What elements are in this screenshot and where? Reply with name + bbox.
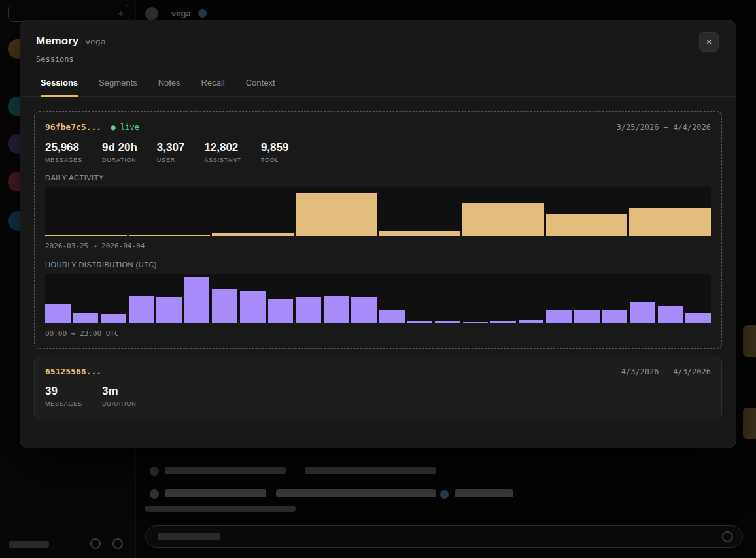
chart-bar bbox=[407, 321, 433, 323]
stat-value: 3,307 bbox=[157, 141, 185, 154]
daily-activity-range: 2026-03-25 → 2026-04-04 bbox=[45, 242, 711, 250]
stat-label: DURATION bbox=[102, 157, 137, 163]
chart-bar bbox=[574, 310, 600, 323]
modal-header: Memory vega Sessions × bbox=[20, 20, 736, 64]
chart-bar bbox=[546, 214, 628, 236]
stat-user: 3,307 USER bbox=[157, 141, 185, 163]
session-stats: 39 MESSAGES 3m DURATION bbox=[45, 385, 711, 407]
stat-duration: 3m DURATION bbox=[102, 385, 137, 407]
live-label: live bbox=[120, 123, 139, 132]
modal-title: Memory bbox=[36, 35, 78, 48]
stat-label: USER bbox=[157, 157, 185, 163]
chart-bar bbox=[212, 289, 237, 323]
stat-value: 9,859 bbox=[261, 141, 289, 154]
chart-bar bbox=[546, 310, 572, 323]
stat-value: 3m bbox=[102, 385, 137, 398]
stat-tool: 9,859 TOOL bbox=[261, 141, 289, 163]
stat-value: 25,968 bbox=[45, 141, 82, 154]
chart-bar bbox=[435, 321, 460, 323]
session-date-range: 4/3/2026 — 4/3/2026 bbox=[621, 367, 711, 376]
chart-bar bbox=[129, 235, 211, 236]
stat-label: MESSAGES bbox=[45, 401, 82, 407]
daily-activity-chart bbox=[45, 187, 711, 236]
chart-bar bbox=[490, 321, 516, 323]
session-date-range: 3/25/2026 — 4/4/2026 bbox=[617, 123, 712, 132]
session-stats: 25,968 MESSAGES 9d 20h DURATION 3,307 US… bbox=[45, 141, 711, 163]
chart-bar bbox=[463, 322, 489, 323]
stat-messages: 39 MESSAGES bbox=[45, 385, 82, 407]
hourly-distribution-range: 00:00 → 23:00 UTC bbox=[45, 329, 711, 338]
chart-bar bbox=[519, 320, 544, 323]
chart-bar bbox=[602, 310, 628, 323]
chart-bar bbox=[268, 299, 294, 323]
chart-bar bbox=[629, 208, 711, 236]
session-card[interactable]: 65125568... 4/3/2026 — 4/3/2026 39 MESSA… bbox=[34, 357, 722, 419]
close-button[interactable]: × bbox=[699, 32, 719, 52]
chart-bar bbox=[379, 310, 405, 323]
stat-duration: 9d 20h DURATION bbox=[102, 141, 137, 163]
chart-bar bbox=[101, 314, 126, 323]
tab-recall[interactable]: Recall bbox=[201, 71, 225, 96]
sessions-list: 96fbe7c5... ● live 3/25/2026 — 4/4/2026 … bbox=[20, 97, 736, 434]
chart-bar bbox=[240, 291, 266, 323]
stat-messages: 25,968 MESSAGES bbox=[45, 141, 82, 163]
daily-activity-title: DAILY ACTIVITY bbox=[45, 174, 711, 182]
chart-bar bbox=[658, 306, 683, 323]
stat-label: ASSISTANT bbox=[204, 157, 241, 163]
tab-notes[interactable]: Notes bbox=[158, 71, 180, 96]
stat-label: MESSAGES bbox=[45, 157, 82, 163]
chart-bar bbox=[296, 297, 321, 323]
chart-bar bbox=[296, 193, 377, 236]
chart-bar bbox=[379, 231, 461, 237]
chart-bar bbox=[184, 277, 210, 323]
stat-label: DURATION bbox=[102, 401, 137, 407]
hourly-distribution-title: HOURLY DISTRIBUTION (UTC) bbox=[45, 261, 711, 269]
tab-sessions[interactable]: Sessions bbox=[41, 71, 78, 97]
session-card-live[interactable]: 96fbe7c5... ● live 3/25/2026 — 4/4/2026 … bbox=[34, 111, 722, 349]
stat-value: 9d 20h bbox=[102, 141, 137, 154]
tab-bar: Sessions Segments Notes Recall Context bbox=[20, 71, 736, 97]
chart-bar bbox=[45, 304, 71, 323]
hourly-distribution-chart bbox=[45, 274, 711, 323]
stat-value: 12,802 bbox=[204, 141, 241, 154]
chart-bar bbox=[462, 203, 544, 236]
close-icon: × bbox=[706, 37, 712, 47]
chart-bar bbox=[45, 235, 127, 236]
chart-bar bbox=[685, 313, 711, 323]
tab-segments[interactable]: Segments bbox=[99, 71, 137, 96]
tab-context[interactable]: Context bbox=[246, 71, 275, 96]
session-id: 96fbe7c5... bbox=[45, 122, 101, 132]
chart-bar bbox=[73, 313, 99, 323]
stat-assistant: 12,802 ASSISTANT bbox=[204, 141, 241, 163]
chart-bar bbox=[630, 302, 655, 323]
chart-bar bbox=[156, 297, 182, 323]
live-dot-icon: ● bbox=[111, 123, 116, 132]
breadcrumb: Sessions bbox=[36, 55, 720, 64]
chart-bar bbox=[212, 233, 294, 236]
chart-bar bbox=[324, 296, 349, 323]
chart-bar bbox=[351, 297, 377, 323]
session-id: 65125568... bbox=[45, 367, 101, 376]
modal-subtitle: vega bbox=[85, 37, 105, 46]
stat-value: 39 bbox=[45, 385, 82, 398]
live-badge: ● live bbox=[111, 123, 139, 132]
chart-bar bbox=[129, 296, 154, 323]
memory-modal: Memory vega Sessions × Sessions Segments… bbox=[20, 20, 736, 448]
stat-label: TOOL bbox=[261, 157, 289, 163]
